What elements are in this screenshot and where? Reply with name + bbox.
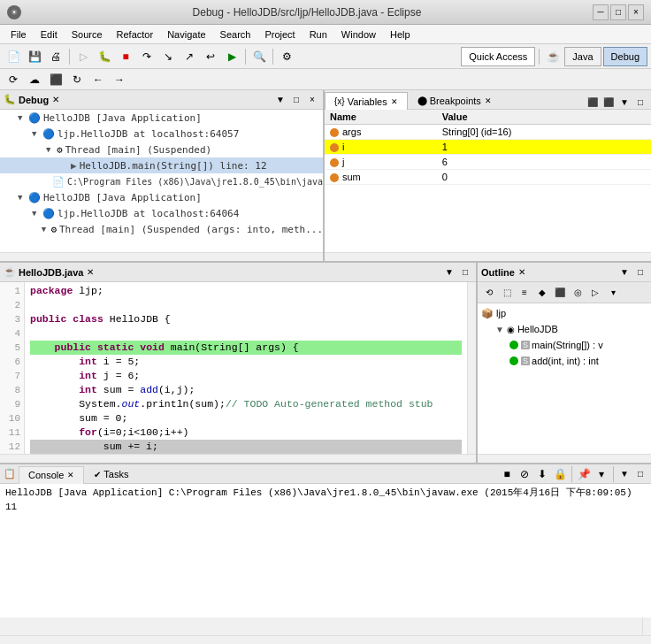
stop-button[interactable]: ■ (116, 47, 135, 66)
outline-btn7[interactable]: ▷ (587, 285, 603, 301)
close-button[interactable]: × (628, 4, 644, 20)
debug-panel-close[interactable]: ✕ (52, 95, 59, 104)
java-perspective-button[interactable]: Java (564, 47, 601, 66)
outline-ctrl2[interactable]: □ (633, 265, 647, 280)
step-out[interactable]: ↗ (180, 47, 199, 66)
editor-minimize[interactable]: ▼ (442, 265, 456, 280)
vars-scrollbar-h[interactable] (325, 252, 651, 261)
outline-btn2[interactable]: ⬚ (499, 285, 515, 301)
debug-toolbar-btn3[interactable]: ⬛ (46, 70, 65, 89)
menu-run[interactable]: Run (303, 27, 334, 42)
outline-item-main[interactable]: S main(String[]) : v (479, 337, 649, 353)
console-tab-close[interactable]: ✕ (67, 471, 74, 479)
tree-row-0[interactable]: ▼ 🔵 HelloJDB [Java Application] (0, 110, 323, 126)
minimize-button[interactable]: ─ (593, 4, 609, 20)
var-row-j[interactable]: j 6 (325, 155, 651, 170)
debug-toolbar-btn6[interactable]: → (110, 70, 129, 89)
console-scrollbar-h[interactable] (0, 635, 651, 644)
code-area[interactable]: package ljp; public class HelloJDB { pub… (25, 282, 467, 454)
menu-help[interactable]: Help (383, 27, 417, 42)
var-name-args: args (325, 125, 437, 140)
outline-btn3[interactable]: ≡ (517, 285, 532, 301)
variables-tab-close[interactable]: ✕ (391, 97, 398, 106)
breakpoints-tab[interactable]: ⬤ Breakpoints ✕ (408, 91, 502, 109)
close-panel-btn[interactable]: × (305, 93, 319, 107)
console-scroll-btn[interactable]: ⬇ (534, 466, 550, 482)
outline-btn5[interactable]: ⬛ (552, 285, 568, 301)
tree-row-6[interactable]: ▼ 🔵 ljp.HelloJDB at localhost:64064 (0, 205, 323, 221)
menu-navigate[interactable]: Navigate (160, 27, 212, 42)
vars-minimize[interactable]: ▼ (617, 95, 632, 109)
debug-toolbar-btn2[interactable]: ☁ (25, 70, 44, 89)
step-into[interactable]: ↘ (158, 47, 178, 66)
outline-btn1[interactable]: ⟲ (481, 285, 497, 301)
step-over[interactable]: ↷ (137, 47, 157, 66)
menu-file[interactable]: File (4, 27, 34, 42)
outline-item-hellojdb[interactable]: ▼ ◉ HelloJDB (479, 321, 649, 337)
editor-body[interactable]: 1 2 3 4 5 6 7 8 9 10 11 12 13 package lj… (0, 282, 476, 454)
menu-search[interactable]: Search (213, 27, 258, 42)
vars-maximize[interactable]: □ (633, 95, 647, 109)
outline-item-add[interactable]: S add(int, int) : int (479, 353, 649, 369)
settings-button[interactable]: ⚙ (277, 47, 296, 66)
vars-ctrl-2[interactable]: ⬛ (601, 95, 616, 109)
outline-close[interactable]: ✕ (518, 267, 525, 277)
debug-tree[interactable]: ▼ 🔵 HelloJDB [Java Application] ▼ 🔵 ljp.… (0, 110, 323, 252)
menu-edit[interactable]: Edit (34, 27, 65, 42)
debug-toolbar-btn1[interactable]: ⟳ (4, 70, 23, 89)
quick-access-button[interactable]: Quick Access (461, 47, 535, 66)
debug-scrollbar-h[interactable] (0, 252, 323, 261)
vars-ctrl-1[interactable]: ⬛ (586, 95, 600, 109)
debug-toolbar-btn4[interactable]: ↻ (67, 70, 87, 89)
breakpoints-tab-close[interactable]: ✕ (485, 96, 492, 105)
resume-button[interactable]: ▶ (222, 47, 241, 66)
menu-project[interactable]: Project (257, 27, 302, 42)
menu-window[interactable]: Window (334, 27, 383, 42)
menu-source[interactable]: Source (65, 27, 110, 42)
outline-btn4[interactable]: ◆ (534, 285, 550, 301)
var-row-i[interactable]: i 1 (325, 140, 651, 155)
outline-more[interactable]: ▾ (605, 285, 621, 301)
tree-row-4[interactable]: 📄 C:\Program Files (x86)\Java\jre1.8.0_4… (0, 173, 323, 189)
editor-scrollbar-h[interactable] (0, 454, 476, 463)
console-minimize[interactable]: ▼ (617, 467, 632, 481)
save-button[interactable]: 💾 (25, 47, 44, 66)
console-maximize[interactable]: □ (633, 467, 647, 481)
variables-tab[interactable]: {x} Variables ✕ (325, 92, 408, 110)
debug-toolbar-btn5[interactable]: ← (88, 70, 108, 89)
outline-ctrl1[interactable]: ▼ (617, 265, 632, 280)
tree-row-7[interactable]: ▼ ⚙ Thread [main] (Suspended (args: into… (0, 221, 323, 237)
tree-row-2[interactable]: ▼ ⚙ Thread [main] (Suspended) (0, 142, 323, 157)
console-clear-btn[interactable]: ⊘ (517, 466, 532, 482)
new-button[interactable]: 📄 (4, 47, 23, 66)
tree-row-3[interactable]: ▶ HelloJDB.main(String[]) line: 12 (0, 157, 323, 173)
run-last-button[interactable]: ▷ (73, 47, 93, 66)
console-pin-btn[interactable]: 📌 (576, 466, 592, 482)
console-more[interactable]: ▾ (594, 466, 609, 482)
console-stop-btn[interactable]: ■ (499, 466, 515, 482)
maximize-panel-btn[interactable]: □ (289, 93, 303, 107)
outline-btn6[interactable]: ◎ (570, 285, 586, 301)
minimize-panel-btn[interactable]: ▼ (273, 93, 287, 107)
editor-maximize[interactable]: □ (458, 265, 472, 280)
debug-button[interactable]: 🐛 (95, 47, 114, 66)
tasks-tab[interactable]: ✔ Tasks (84, 465, 138, 483)
var-row-args[interactable]: args String[0] (id=16) (325, 125, 651, 140)
menu-refactor[interactable]: Refactor (110, 27, 161, 42)
editor-close[interactable]: ✕ (87, 267, 94, 277)
maximize-button[interactable]: □ (610, 4, 626, 20)
print-button[interactable]: 🖨 (46, 47, 65, 66)
debug-perspective-button[interactable]: Debug (603, 47, 647, 66)
tree-row-1[interactable]: ▼ 🔵 ljp.HelloJDB at localhost:64057 (0, 126, 323, 142)
console-scrollbar-v[interactable] (642, 617, 651, 635)
editor-scrollbar-v[interactable] (467, 282, 476, 454)
var-row-sum[interactable]: sum 0 (325, 170, 651, 185)
debug-toolbar: ⟳ ☁ ⬛ ↻ ← → (0, 69, 651, 90)
tree-row-5[interactable]: ▼ 🔵 HelloJDB [Java Application] (0, 189, 323, 205)
console-lock-btn[interactable]: 🔒 (552, 466, 568, 482)
console-tab[interactable]: Console ✕ (19, 466, 84, 484)
outline-scrollbar-h[interactable] (478, 454, 651, 463)
step-return[interactable]: ↩ (201, 47, 220, 66)
search-button[interactable]: 🔍 (249, 47, 269, 66)
outline-item-ljp[interactable]: 📦 ljp (479, 305, 649, 321)
